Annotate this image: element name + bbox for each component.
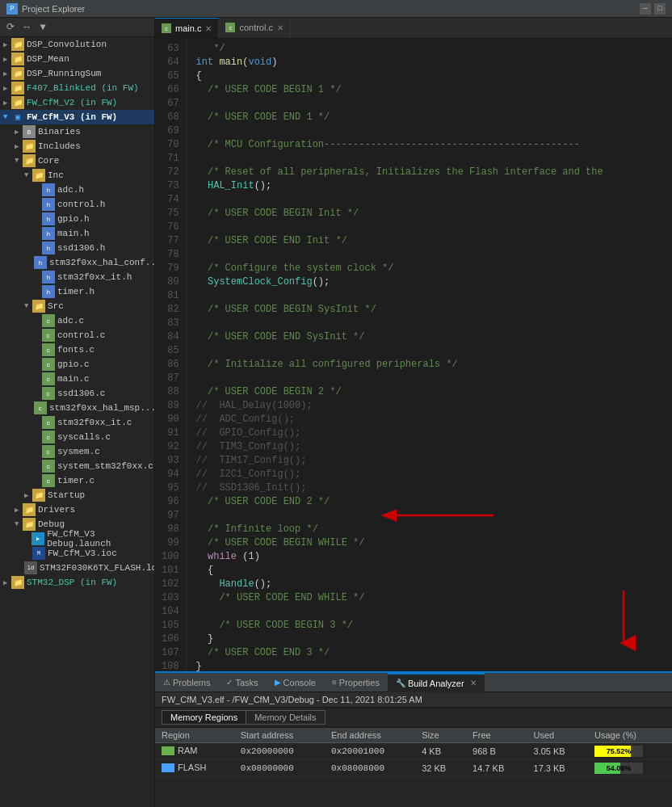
usage-bar-flash: 54.06% — [594, 763, 643, 774]
minimize-btn[interactable]: ─ — [640, 3, 651, 15]
debug-label: Debug — [38, 519, 65, 529]
tree-item-fw-v3[interactable]: ▼ ▣ FW_CfM_V3 (in FW) — [0, 110, 154, 124]
code-line-87 — [196, 372, 662, 385]
stm32-it-c-label: stm32f0xx_it.c — [57, 418, 132, 427]
tab-properties[interactable]: ≡ Properties — [324, 673, 388, 692]
stm32-hal-msp-label: stm32f0xx_hal_msp... — [49, 403, 154, 413]
tab-console-label: Console — [284, 678, 316, 687]
tab-main-c[interactable]: c main.c ✕ — [155, 18, 219, 38]
tree-item-control-h[interactable]: h control.h — [0, 197, 154, 212]
code-line-71 — [196, 152, 662, 166]
tree-item-fonts-c[interactable]: c fonts.c — [0, 343, 154, 357]
tree-item-gpio-c[interactable]: c gpio.c — [0, 357, 154, 372]
tree-item-timer-c[interactable]: c timer.c — [0, 473, 154, 488]
code-line-64: int main(void) — [196, 56, 662, 69]
dsp-conv-label: DSP_Convolution — [27, 40, 107, 49]
tree-item-includes[interactable]: ▶ 📁 Includes — [0, 139, 154, 153]
code-line-80: SystemClock_Config(); — [196, 275, 662, 289]
tree-item-stm32-dsp[interactable]: ▶ 📁 STM32_DSP (in FW) — [0, 575, 154, 590]
link-editor-btn[interactable]: ↔ — [19, 20, 34, 35]
tab-tasks[interactable]: ✓ Tasks — [218, 673, 266, 692]
tree-item-core[interactable]: ▼ 📁 Core — [0, 153, 154, 168]
code-line-105: /* USER CODE BEGIN 3 */ — [196, 619, 662, 633]
tree-item-stm32-hal-conf[interactable]: h stm32f0xx_hal_conf... — [0, 255, 154, 270]
tree-item-timer-h[interactable]: h timer.h — [0, 284, 154, 299]
tree-item-system-stm32[interactable]: c system_stm32f0xx.c — [0, 459, 154, 473]
tree-item-dsp-mean[interactable]: ▶ 📁 DSP_Mean — [0, 52, 154, 66]
code-content[interactable]: */ int main(void) { /* USER CODE BEGIN 1… — [187, 39, 672, 671]
tree-item-stm32-it-h[interactable]: h stm32f0xx_it.h — [0, 270, 154, 284]
tree-item-dsp-conv[interactable]: ▶ 📁 DSP_Convolution — [0, 37, 154, 52]
collapse-btn[interactable]: ⟳ — [3, 20, 18, 35]
inc-label: Inc — [48, 170, 64, 180]
tree-item-main-h[interactable]: h main.h — [0, 226, 154, 241]
build-path: FW_CfM_V3.elf - /FW_CfM_V3/Debug - Dec 1… — [155, 692, 672, 708]
ram-label: RAM — [178, 746, 197, 755]
code-editor[interactable]: 63 64 65 66 67 68 69 70 71 72 73 74 75 7… — [155, 39, 672, 671]
timer-h-label: timer.h — [57, 287, 94, 296]
tree-item-fw-v2[interactable]: ▶ 📁 FW_CfM_V2 (in FW) — [0, 95, 154, 110]
tree-item-ssd1306-h[interactable]: h ssd1306.h — [0, 241, 154, 255]
fw-v2-label: FW_CfM_V2 (in FW) — [27, 98, 117, 107]
col-used: Used — [527, 728, 588, 743]
maximize-btn[interactable]: □ — [654, 3, 666, 15]
memory-details-tab[interactable]: Memory Details — [246, 710, 325, 725]
ssd1306-c-label: ssd1306.c — [57, 389, 105, 398]
tree-item-drivers[interactable]: ▶ 📁 Drivers — [0, 502, 154, 517]
bottom-panel: ⚠ Problems ✓ Tasks ▶ Console ≡ Propertie… — [155, 671, 672, 807]
cell-used-flash: 17.3 KB — [527, 760, 588, 777]
tree-item-flash-ld[interactable]: ld STM32F030K6TX_FLASH.ld — [0, 561, 154, 575]
build-analyzer-close[interactable]: ✕ — [470, 679, 477, 687]
build-analyzer-icon: 🔧 — [396, 679, 405, 687]
code-line-81 — [196, 289, 662, 303]
tree-item-syscalls-c[interactable]: c syscalls.c — [0, 430, 154, 444]
tree-item-debug-launch[interactable]: ▶ FW_CfM_V3 Debug.launch — [0, 532, 154, 546]
code-line-85 — [196, 344, 662, 358]
tree-item-dsp-running[interactable]: ▶ 📁 DSP_RunningSum — [0, 66, 154, 81]
tree-item-startup[interactable]: ▶ 📁 Startup — [0, 488, 154, 502]
table-row-flash[interactable]: FLASH 0x08000000 0x08008000 32 KB 14.7 K… — [155, 760, 672, 777]
tree-item-adc-h[interactable]: h adc.h — [0, 183, 154, 197]
expand-btn[interactable]: ▼ — [36, 20, 50, 35]
stm32-hal-conf-label: stm32f0xx_hal_conf... — [49, 258, 154, 267]
code-line-65: { — [196, 69, 662, 83]
syscalls-c-label: syscalls.c — [57, 432, 111, 442]
code-line-89: // HAL_Delay(1000); — [196, 399, 662, 413]
title-bar: P Project Explorer ─ □ — [0, 0, 672, 18]
tree-item-control-c[interactable]: c control.c — [0, 328, 154, 343]
memory-table: Region Start address End address Size Fr… — [155, 728, 672, 807]
tree-item-ssd1306-c[interactable]: c ssd1306.c — [0, 386, 154, 401]
tree-item-stm32-it-c[interactable]: c stm32f0xx_it.c — [0, 415, 154, 430]
code-line-72: /* Reset of all peripherals, Initializes… — [196, 166, 662, 179]
tree-item-binaries[interactable]: ▶ B Binaries — [0, 124, 154, 139]
code-line-96: /* USER CODE END 2 */ — [196, 495, 662, 509]
tree-item-src[interactable]: ▼ 📁 Src — [0, 299, 154, 313]
code-line-82: /* USER CODE BEGIN SysInit */ — [196, 303, 662, 317]
col-usage: Usage (%) — [588, 728, 672, 743]
tab-problems[interactable]: ⚠ Problems — [155, 673, 218, 692]
code-line-86: /* Initialize all configured peripherals… — [196, 358, 662, 372]
tree-item-f407[interactable]: ▶ 📁 F407_BlinkLed (in FW) — [0, 81, 154, 95]
code-line-92: // TIM3_Config(); — [196, 440, 662, 454]
flash-ld-label: STM32F030K6TX_FLASH.ld — [40, 563, 154, 573]
code-line-77: /* USER CODE END Init */ — [196, 234, 662, 248]
tab-control-c-close[interactable]: ✕ — [277, 23, 284, 32]
tree-item-adc-c[interactable]: c adc.c — [0, 313, 154, 328]
tab-control-c[interactable]: c control.c ✕ — [219, 18, 291, 38]
line-numbers: 63 64 65 66 67 68 69 70 71 72 73 74 75 7… — [155, 39, 187, 671]
memory-regions-tab[interactable]: Memory Regions — [162, 710, 246, 725]
tab-main-c-close[interactable]: ✕ — [205, 24, 212, 33]
tree-item-main-c[interactable]: c main.c — [0, 372, 154, 386]
code-line-90: // ADC_Config(); — [196, 413, 662, 427]
table-row-ram[interactable]: RAM 0x20000000 0x20001000 4 KB 968 B 3.0… — [155, 743, 672, 760]
tree-item-sysmem-c[interactable]: c sysmem.c — [0, 444, 154, 459]
col-size: Size — [415, 728, 466, 743]
tree-item-stm32-hal-msp[interactable]: c stm32f0xx_hal_msp... — [0, 401, 154, 415]
tab-build-analyzer[interactable]: 🔧 Build Analyzer ✕ — [388, 673, 485, 692]
tree-item-gpio-h[interactable]: h gpio.h — [0, 212, 154, 226]
dsp-running-label: DSP_RunningSum — [27, 69, 101, 78]
col-end: End address — [325, 728, 415, 743]
tasks-icon: ✓ — [226, 678, 233, 687]
tab-console[interactable]: ▶ Console — [267, 673, 324, 692]
tree-item-inc[interactable]: ▼ 📁 Inc — [0, 168, 154, 183]
